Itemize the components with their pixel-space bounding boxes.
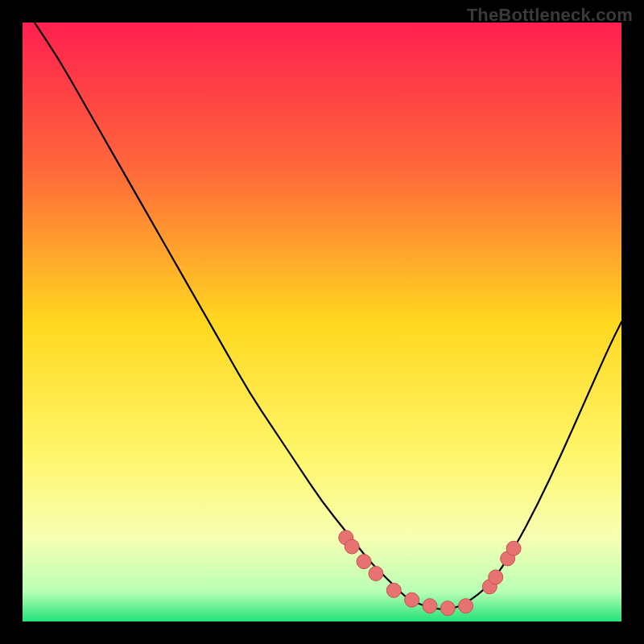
watermark-text: TheBottleneck.com: [467, 5, 633, 26]
fit-marker: [357, 555, 371, 569]
chart-svg: [23, 23, 621, 621]
chart-frame: TheBottleneck.com: [0, 0, 644, 644]
fit-marker: [405, 592, 419, 607]
fit-marker: [506, 541, 521, 555]
fit-marker: [369, 566, 383, 580]
fit-marker: [459, 599, 473, 613]
fit-marker: [345, 539, 359, 554]
plot-area: [23, 23, 621, 621]
fit-marker: [423, 599, 437, 613]
fit-marker: [440, 601, 455, 616]
gradient-background: [23, 23, 621, 621]
fit-marker: [386, 583, 401, 597]
fit-marker: [489, 570, 503, 584]
